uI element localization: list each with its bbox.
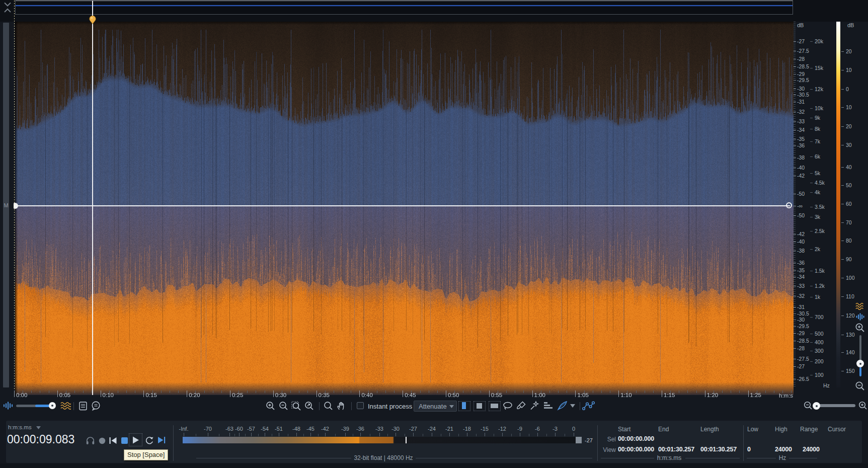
view-length-value[interactable]: 00:01:30.257: [700, 446, 737, 453]
time-tick-major: [748, 391, 749, 397]
frequency-selection-tool[interactable]: [489, 401, 501, 411]
meter-tick-major: [555, 433, 556, 436]
meter-tick-major: [296, 433, 297, 436]
lasso-selection-tool[interactable]: [503, 402, 514, 411]
waveform-overview[interactable]: [15, 1, 793, 15]
zoom-in-icon[interactable]: [266, 401, 276, 411]
time-tick-minor: [74, 391, 75, 393]
play-to-end-button[interactable]: [157, 436, 167, 444]
amp-label: -34: [797, 127, 805, 133]
brush-selection-tool[interactable]: [516, 401, 527, 411]
freq-label: 300: [815, 348, 824, 354]
time-tick-minor: [377, 391, 377, 393]
instant-process-checkbox[interactable]: [357, 402, 364, 409]
monitor-icon[interactable]: [86, 436, 95, 445]
time-selection-tool[interactable]: [458, 401, 470, 411]
vertical-zoom-slider-thumb[interactable]: [856, 360, 864, 367]
vertical-zoom-in-icon[interactable]: [855, 323, 865, 333]
hzoom-slider-track[interactable]: [814, 404, 855, 407]
selection-feather-amount-icon[interactable]: [544, 402, 554, 410]
play-button[interactable]: [129, 433, 142, 446]
amp-label: -26.5: [797, 376, 809, 382]
legend-label: 140: [846, 349, 855, 355]
time-tick-minor: [92, 391, 92, 393]
time-label: 1:20: [707, 392, 718, 398]
time-format-dropdown-icon[interactable]: [36, 426, 41, 430]
session-notes-icon[interactable]: [79, 402, 88, 411]
meter-scale-label: -12: [498, 426, 506, 432]
spectrogram-waveform-display[interactable]: [15, 22, 794, 395]
hzoom-out-icon[interactable]: [804, 401, 813, 411]
stop-button[interactable]: [121, 437, 128, 444]
legend-label: 110: [846, 293, 854, 299]
sel-start-value[interactable]: 00:00:00.000: [618, 435, 654, 442]
feather-tool-icon[interactable]: [557, 400, 569, 411]
freq-table-unit: Hz: [776, 454, 789, 461]
amp-label: -36: [797, 142, 805, 148]
selection-start-line[interactable]: [14, 1, 15, 395]
record-button[interactable]: [99, 437, 106, 444]
legend-tick: [841, 185, 844, 186]
time-tick-minor: [601, 391, 602, 393]
process-mode-dropdown[interactable]: Attenuate: [414, 401, 457, 412]
spectrogram-view-icon[interactable]: [855, 302, 865, 310]
freq-label: 6k: [815, 153, 820, 160]
time-tick-minor: [83, 391, 84, 393]
comments-icon[interactable]: [91, 401, 101, 411]
hand-tool-icon[interactable]: [336, 401, 347, 411]
view-end-value[interactable]: 00:01:30.257: [658, 446, 694, 453]
blend-slider-thumb[interactable]: [49, 402, 56, 409]
playhead-line[interactable]: [92, 1, 93, 395]
transport-time-display[interactable]: 00:00:09.083: [7, 433, 74, 446]
time-frequency-selection-tool[interactable]: [474, 401, 486, 411]
amp-tick: [794, 194, 796, 194]
time-format-label[interactable]: h:m:s.ms: [8, 424, 32, 430]
zoom-out-icon[interactable]: [279, 401, 289, 411]
spectrogram-blend-icon[interactable]: [60, 402, 71, 410]
loop-playback-button[interactable]: [144, 436, 154, 445]
freq-range-value[interactable]: 24000: [803, 446, 820, 453]
center-line-right-handle[interactable]: [786, 202, 792, 208]
freq-high-value[interactable]: 24000: [775, 446, 792, 453]
time-tick-minor: [66, 391, 66, 393]
view-start-value[interactable]: 00:00:00.000: [618, 446, 654, 453]
meter-tick-minor: [565, 434, 565, 436]
time-label: 1:05: [577, 392, 588, 398]
meter-tick-major: [184, 433, 184, 436]
time-label: 1:25: [750, 392, 761, 398]
spectrogram-color-legend: [836, 22, 840, 387]
amp-tick: [794, 176, 796, 176]
time-label: 0:15: [145, 392, 156, 398]
hzoom-in-icon[interactable]: [858, 401, 868, 411]
amp-tick: [794, 206, 796, 206]
magic-wand-tool[interactable]: [529, 401, 540, 411]
vertical-zoom-out-icon[interactable]: [855, 381, 865, 392]
zoom-selection-icon[interactable]: [291, 401, 302, 411]
amp-label: -28: [797, 345, 805, 351]
time-tick-minor: [437, 391, 438, 393]
time-tick-minor: [161, 391, 162, 393]
feather-dropdown-icon[interactable]: [570, 404, 575, 408]
go-to-start-button[interactable]: [109, 436, 117, 445]
edit-nodes-tool[interactable]: [582, 401, 595, 411]
time-ruler-unit: h:m:s: [779, 393, 793, 399]
waveform-blend-icon[interactable]: [3, 402, 13, 410]
freq-low-value[interactable]: 0: [747, 446, 751, 453]
playhead-marker[interactable]: [89, 16, 96, 24]
amp-tick: [794, 366, 796, 367]
waveform-view-icon[interactable]: [856, 313, 865, 321]
amp-label: -28.5: [797, 63, 809, 69]
collapse-overview-icon[interactable]: [2, 1, 13, 14]
time-tick-minor: [299, 391, 299, 393]
search-icon[interactable]: [324, 401, 334, 411]
time-tick-minor: [368, 391, 369, 393]
freq-tick: [810, 217, 813, 217]
hzoom-slider-thumb[interactable]: [813, 402, 820, 410]
freq-label: 7k: [815, 138, 820, 144]
amp-label: -29: [797, 330, 805, 336]
waveform-center-line[interactable]: [14, 205, 790, 206]
zoom-custom-icon[interactable]: [304, 401, 314, 411]
legend-label: 130: [846, 332, 855, 338]
amp-label: -28: [797, 56, 805, 62]
time-tick-minor: [731, 391, 731, 393]
